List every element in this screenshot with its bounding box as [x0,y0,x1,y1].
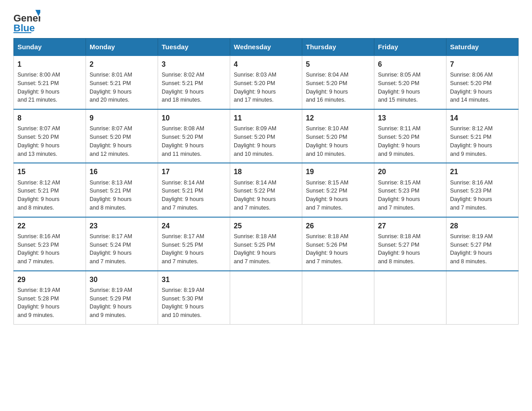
day-info: Sunrise: 8:12 AMSunset: 5:21 PMDaylight:… [17,179,82,212]
day-cell-16: 16 Sunrise: 8:13 AMSunset: 5:21 PMDaylig… [86,163,158,217]
day-info: Sunrise: 8:15 AMSunset: 5:23 PMDaylight:… [378,179,442,212]
day-cell-7: 7 Sunrise: 8:06 AMSunset: 5:20 PMDayligh… [446,56,519,109]
empty-cell [230,271,302,325]
empty-cell [446,271,519,325]
week-row-5: 29 Sunrise: 8:19 AMSunset: 5:28 PMDaylig… [14,271,519,325]
weekday-header-wednesday: Wednesday [230,39,302,56]
day-info: Sunrise: 8:19 AMSunset: 5:28 PMDaylight:… [17,286,82,320]
weekday-header-thursday: Thursday [302,39,374,56]
day-info: Sunrise: 8:12 AMSunset: 5:21 PMDaylight:… [450,124,515,158]
day-info: Sunrise: 8:15 AMSunset: 5:22 PMDaylight:… [306,179,370,212]
week-row-3: 15 Sunrise: 8:12 AMSunset: 5:21 PMDaylig… [14,163,519,217]
day-number: 14 [450,113,515,123]
day-info: Sunrise: 8:10 AMSunset: 5:20 PMDaylight:… [306,124,370,158]
day-number: 8 [17,113,82,123]
day-number: 28 [450,221,515,231]
day-number: 13 [378,113,442,123]
day-cell-4: 4 Sunrise: 8:03 AMSunset: 5:20 PMDayligh… [230,56,302,109]
day-number: 22 [17,221,82,231]
day-info: Sunrise: 8:01 AMSunset: 5:21 PMDaylight:… [90,71,154,104]
day-cell-13: 13 Sunrise: 8:11 AMSunset: 5:20 PMDaylig… [374,109,446,163]
day-info: Sunrise: 8:18 AMSunset: 5:26 PMDaylight:… [306,232,370,266]
day-info: Sunrise: 8:19 AMSunset: 5:30 PMDaylight:… [162,286,226,320]
day-cell-15: 15 Sunrise: 8:12 AMSunset: 5:21 PMDaylig… [14,163,86,217]
day-info: Sunrise: 8:13 AMSunset: 5:21 PMDaylight:… [90,179,154,212]
day-info: Sunrise: 8:17 AMSunset: 5:24 PMDaylight:… [90,232,154,266]
day-number: 29 [17,274,82,285]
day-number: 16 [90,167,154,177]
day-info: Sunrise: 8:04 AMSunset: 5:20 PMDaylight:… [306,71,370,104]
day-number: 21 [450,167,515,177]
day-info: Sunrise: 8:00 AMSunset: 5:21 PMDaylight:… [17,71,82,104]
day-number: 7 [450,59,515,69]
day-number: 4 [234,59,298,69]
day-cell-22: 22 Sunrise: 8:16 AMSunset: 5:23 PMDaylig… [14,217,86,271]
day-number: 20 [378,167,442,177]
weekday-header-tuesday: Tuesday [158,39,230,56]
day-cell-25: 25 Sunrise: 8:18 AMSunset: 5:25 PMDaylig… [230,217,302,271]
day-cell-12: 12 Sunrise: 8:10 AMSunset: 5:20 PMDaylig… [302,109,374,163]
empty-cell [302,271,374,325]
day-number: 9 [90,113,154,123]
day-cell-29: 29 Sunrise: 8:19 AMSunset: 5:28 PMDaylig… [14,271,86,325]
day-cell-20: 20 Sunrise: 8:15 AMSunset: 5:23 PMDaylig… [374,163,446,217]
day-cell-19: 19 Sunrise: 8:15 AMSunset: 5:22 PMDaylig… [302,163,374,217]
day-number: 24 [162,221,226,231]
weekday-header-monday: Monday [86,39,158,56]
weekday-header-sunday: Sunday [14,39,86,56]
day-cell-11: 11 Sunrise: 8:09 AMSunset: 5:20 PMDaylig… [230,109,302,163]
week-row-2: 8 Sunrise: 8:07 AMSunset: 5:20 PMDayligh… [14,109,519,163]
day-number: 27 [378,221,442,231]
day-number: 19 [306,167,370,177]
day-cell-30: 30 Sunrise: 8:19 AMSunset: 5:29 PMDaylig… [86,271,158,325]
day-info: Sunrise: 8:19 AMSunset: 5:29 PMDaylight:… [90,286,154,320]
day-cell-24: 24 Sunrise: 8:17 AMSunset: 5:25 PMDaylig… [158,217,230,271]
day-cell-17: 17 Sunrise: 8:14 AMSunset: 5:21 PMDaylig… [158,163,230,217]
day-info: Sunrise: 8:09 AMSunset: 5:20 PMDaylight:… [234,124,298,158]
day-number: 17 [162,167,226,177]
day-cell-8: 8 Sunrise: 8:07 AMSunset: 5:20 PMDayligh… [14,109,86,163]
weekday-header-saturday: Saturday [446,39,519,56]
week-row-1: 1 Sunrise: 8:00 AMSunset: 5:21 PMDayligh… [14,56,519,109]
day-info: Sunrise: 8:17 AMSunset: 5:25 PMDaylight:… [162,232,226,266]
day-cell-10: 10 Sunrise: 8:08 AMSunset: 5:20 PMDaylig… [158,109,230,163]
day-cell-5: 5 Sunrise: 8:04 AMSunset: 5:20 PMDayligh… [302,56,374,109]
day-number: 11 [234,113,298,123]
day-number: 25 [234,221,298,231]
day-number: 6 [378,59,442,69]
day-cell-21: 21 Sunrise: 8:16 AMSunset: 5:23 PMDaylig… [446,163,519,217]
day-cell-18: 18 Sunrise: 8:14 AMSunset: 5:22 PMDaylig… [230,163,302,217]
day-cell-14: 14 Sunrise: 8:12 AMSunset: 5:21 PMDaylig… [446,109,519,163]
day-info: Sunrise: 8:03 AMSunset: 5:20 PMDaylight:… [234,71,298,104]
day-info: Sunrise: 8:02 AMSunset: 5:21 PMDaylight:… [162,71,226,104]
empty-cell [374,271,446,325]
day-info: Sunrise: 8:14 AMSunset: 5:22 PMDaylight:… [234,179,298,212]
day-info: Sunrise: 8:14 AMSunset: 5:21 PMDaylight:… [162,179,226,212]
logo: General Blue [13,9,40,34]
day-number: 3 [162,59,226,69]
day-info: Sunrise: 8:06 AMSunset: 5:20 PMDaylight:… [450,71,515,104]
day-number: 15 [17,167,82,177]
day-cell-27: 27 Sunrise: 8:18 AMSunset: 5:27 PMDaylig… [374,217,446,271]
day-info: Sunrise: 8:18 AMSunset: 5:27 PMDaylight:… [378,232,442,266]
day-cell-31: 31 Sunrise: 8:19 AMSunset: 5:30 PMDaylig… [158,271,230,325]
day-number: 26 [306,221,370,231]
day-cell-23: 23 Sunrise: 8:17 AMSunset: 5:24 PMDaylig… [86,217,158,271]
day-number: 31 [162,274,226,285]
svg-text:Blue: Blue [13,22,35,34]
weekday-header-friday: Friday [374,39,446,56]
day-cell-6: 6 Sunrise: 8:05 AMSunset: 5:20 PMDayligh… [374,56,446,109]
day-info: Sunrise: 8:11 AMSunset: 5:20 PMDaylight:… [378,124,442,158]
day-number: 1 [17,59,82,69]
day-info: Sunrise: 8:08 AMSunset: 5:20 PMDaylight:… [162,124,226,158]
day-cell-26: 26 Sunrise: 8:18 AMSunset: 5:26 PMDaylig… [302,217,374,271]
day-info: Sunrise: 8:19 AMSunset: 5:27 PMDaylight:… [450,232,515,266]
day-number: 12 [306,113,370,123]
day-number: 18 [234,167,298,177]
day-info: Sunrise: 8:07 AMSunset: 5:20 PMDaylight:… [90,124,154,158]
logo-icon: General Blue [13,9,40,34]
day-info: Sunrise: 8:07 AMSunset: 5:20 PMDaylight:… [17,124,82,158]
day-cell-3: 3 Sunrise: 8:02 AMSunset: 5:21 PMDayligh… [158,56,230,109]
day-number: 2 [90,59,154,69]
day-cell-28: 28 Sunrise: 8:19 AMSunset: 5:27 PMDaylig… [446,217,519,271]
